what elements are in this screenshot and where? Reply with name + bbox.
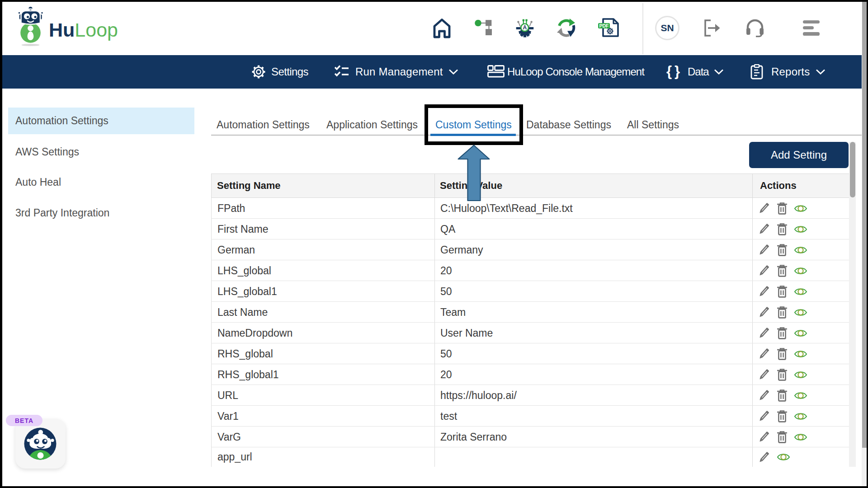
svg-text:A: A	[523, 24, 527, 31]
svg-text:PDF: PDF	[599, 23, 609, 28]
svg-text:HuLoop: HuLoop	[49, 19, 118, 41]
